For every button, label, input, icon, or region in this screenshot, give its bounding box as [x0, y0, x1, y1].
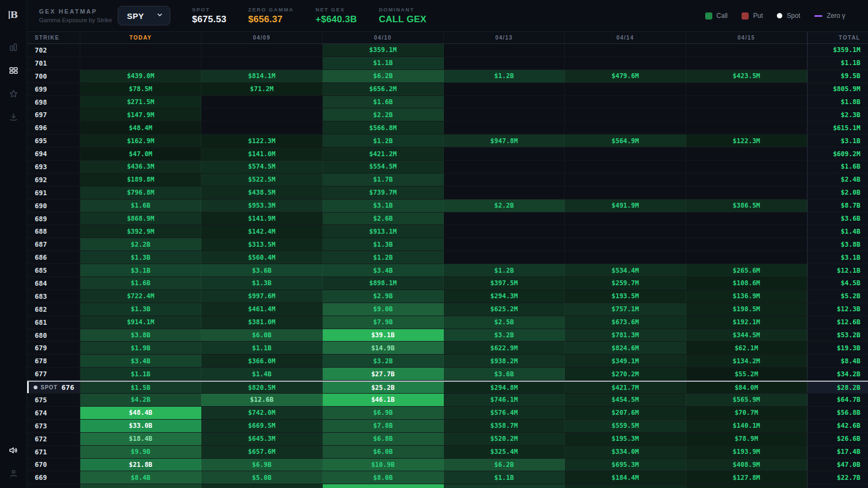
gex-cell[interactable]: [565, 147, 686, 160]
gex-cell[interactable]: $397.5M: [444, 277, 565, 290]
gex-cell[interactable]: $127.8M: [686, 471, 807, 484]
gex-cell[interactable]: $722.4M: [80, 290, 201, 303]
column-header-today[interactable]: TODAY: [80, 32, 201, 43]
gex-cell[interactable]: $9.0B: [323, 303, 444, 316]
gex-cell[interactable]: [686, 96, 807, 108]
column-header-0414[interactable]: 04/14: [565, 32, 686, 43]
gex-cell[interactable]: $294.8M: [444, 382, 565, 393]
gex-cell[interactable]: $71.2M: [201, 83, 322, 95]
gex-cell[interactable]: $392.9M: [80, 225, 201, 237]
gex-cell[interactable]: $134.2M: [686, 355, 807, 367]
gex-cell[interactable]: [444, 238, 565, 251]
gex-cell[interactable]: $913.1M: [323, 225, 444, 237]
gex-cell[interactable]: $122.3M: [686, 134, 807, 147]
gex-cell[interactable]: $39.1B: [323, 329, 444, 342]
gex-cell[interactable]: $645.3M: [201, 433, 322, 445]
gex-cell[interactable]: $1.1B: [80, 368, 201, 380]
gex-cell[interactable]: $7.9B: [323, 316, 444, 329]
gex-cell[interactable]: $78.9M: [686, 433, 807, 445]
gex-cell[interactable]: $1.1B: [323, 57, 444, 69]
gex-cell[interactable]: $3.2B: [444, 329, 565, 342]
gex-cell[interactable]: $3.2B: [323, 355, 444, 367]
gex-cell[interactable]: $207.6M: [565, 407, 686, 419]
chart-icon[interactable]: [7, 40, 21, 54]
gex-cell[interactable]: $2.2B: [80, 238, 201, 251]
gex-cell[interactable]: $695.3M: [565, 459, 686, 471]
gex-cell[interactable]: [565, 57, 686, 69]
gex-cell[interactable]: $3.4B: [323, 264, 444, 277]
gex-cell[interactable]: $108.6M: [686, 277, 807, 290]
gex-cell[interactable]: $757.1M: [565, 303, 686, 316]
gex-cell[interactable]: $25.2B: [323, 382, 444, 393]
gex-cell[interactable]: [444, 83, 565, 95]
gex-cell[interactable]: $84.0M: [686, 382, 807, 393]
gex-cell[interactable]: $147.9M: [80, 108, 201, 121]
gex-cell[interactable]: [444, 251, 565, 264]
gex-cell[interactable]: $6.2B: [444, 459, 565, 471]
gex-cell[interactable]: $439.0M: [80, 70, 201, 82]
gex-cell[interactable]: $195.3M: [565, 433, 686, 445]
gex-cell[interactable]: $4.2B: [80, 394, 201, 406]
gex-cell[interactable]: $454.5M: [565, 394, 686, 406]
gex-cell[interactable]: $669.5M: [201, 420, 322, 432]
gex-cell[interactable]: $334.0M: [565, 446, 686, 458]
gex-cell[interactable]: [80, 44, 201, 56]
gex-cell[interactable]: [444, 44, 565, 56]
gex-cell[interactable]: $193.5M: [565, 290, 686, 303]
gex-cell[interactable]: $1.3B: [201, 277, 322, 290]
gex-cell[interactable]: [565, 213, 686, 225]
gex-cell[interactable]: $1.6B: [80, 277, 201, 290]
gex-cell[interactable]: $1.7B: [323, 174, 444, 186]
gex-cell[interactable]: $673.6M: [565, 316, 686, 329]
gex-cell[interactable]: $781.3M: [565, 329, 686, 342]
column-header-0409[interactable]: 04/09: [201, 32, 322, 43]
gex-cell[interactable]: $21.8B: [80, 459, 201, 471]
gex-cell[interactable]: $814.1M: [201, 70, 322, 82]
gex-cell[interactable]: $6.0B: [201, 329, 322, 342]
gex-cell[interactable]: $436.3M: [80, 160, 201, 173]
gex-cell[interactable]: [686, 251, 807, 264]
gex-cell[interactable]: $898.1M: [323, 277, 444, 290]
gex-cell[interactable]: $10.9B: [323, 459, 444, 471]
gex-cell[interactable]: $193.9M: [686, 446, 807, 458]
gex-cell[interactable]: [565, 238, 686, 251]
gex-cell[interactable]: $344.5M: [686, 329, 807, 342]
gex-cell[interactable]: [444, 121, 565, 134]
gex-cell[interactable]: $6.0B: [323, 446, 444, 458]
gex-cell[interactable]: $914.1M: [80, 316, 201, 329]
gex-cell[interactable]: [80, 57, 201, 69]
gex-cell[interactable]: $5.0B: [201, 471, 322, 484]
gex-cell[interactable]: $2.2B: [323, 108, 444, 121]
gex-cell[interactable]: $12.6B: [201, 394, 322, 406]
gex-cell[interactable]: $746.1M: [444, 394, 565, 406]
gex-cell[interactable]: [201, 121, 322, 134]
gex-cell[interactable]: [444, 187, 565, 199]
gex-cell[interactable]: $947.8M: [444, 134, 565, 147]
gex-cell[interactable]: $270.2M: [565, 368, 686, 380]
gex-cell[interactable]: [565, 108, 686, 121]
gex-cell[interactable]: [444, 213, 565, 225]
gex-cell[interactable]: $33.0B: [80, 420, 201, 432]
column-header-total[interactable]: TOTAL: [807, 32, 868, 43]
gex-cell[interactable]: [201, 44, 322, 56]
gex-cell[interactable]: [444, 147, 565, 160]
gex-cell[interactable]: $47.0M: [80, 147, 201, 160]
gex-cell[interactable]: $313.5M: [201, 238, 322, 251]
gex-cell[interactable]: $27.7B: [323, 368, 444, 380]
gex-cell[interactable]: $421.2M: [323, 147, 444, 160]
gex-cell[interactable]: $141.0M: [201, 147, 322, 160]
gex-cell[interactable]: $522.5M: [201, 174, 322, 186]
gex-cell[interactable]: $294.3M: [444, 290, 565, 303]
gex-cell[interactable]: [323, 484, 444, 488]
gex-cell[interactable]: $142.4M: [201, 225, 322, 237]
gex-cell[interactable]: [444, 96, 565, 108]
speaker-icon[interactable]: [7, 443, 21, 457]
gex-cell[interactable]: $742.0M: [201, 407, 322, 419]
gex-cell[interactable]: [444, 160, 565, 173]
gex-cell[interactable]: $625.2M: [444, 303, 565, 316]
gex-cell[interactable]: $560.4M: [201, 251, 322, 264]
gex-cell[interactable]: $3.4B: [80, 355, 201, 367]
column-header-strike[interactable]: STRIKE: [27, 32, 80, 43]
gex-cell[interactable]: $438.5M: [201, 187, 322, 199]
gex-cell[interactable]: $2.9B: [323, 290, 444, 303]
